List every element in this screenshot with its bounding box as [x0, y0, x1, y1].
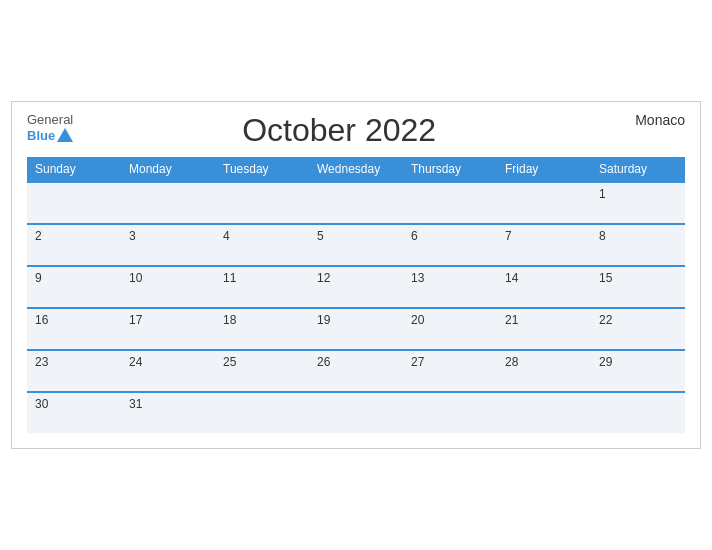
day-header-wednesday: Wednesday — [309, 157, 403, 182]
day-cell: 2 — [27, 224, 121, 266]
calendar-country: Monaco — [605, 112, 685, 128]
calendar-table: SundayMondayTuesdayWednesdayThursdayFrid… — [27, 157, 685, 433]
day-cell: 9 — [27, 266, 121, 308]
day-cell — [121, 182, 215, 224]
logo-blue-text: Blue — [27, 128, 55, 144]
day-cell: 20 — [403, 308, 497, 350]
day-cell: 11 — [215, 266, 309, 308]
week-row-3: 16171819202122 — [27, 308, 685, 350]
calendar-title: October 2022 — [73, 112, 605, 149]
day-cell — [215, 392, 309, 433]
week-row-0: 1 — [27, 182, 685, 224]
day-cell: 3 — [121, 224, 215, 266]
day-cell: 19 — [309, 308, 403, 350]
day-cell: 10 — [121, 266, 215, 308]
day-header-sunday: Sunday — [27, 157, 121, 182]
week-row-5: 3031 — [27, 392, 685, 433]
day-header-friday: Friday — [497, 157, 591, 182]
day-cell: 31 — [121, 392, 215, 433]
day-header-tuesday: Tuesday — [215, 157, 309, 182]
day-cell: 14 — [497, 266, 591, 308]
day-header-thursday: Thursday — [403, 157, 497, 182]
logo-triangle-icon — [57, 128, 73, 142]
day-cell: 1 — [591, 182, 685, 224]
calendar-body: 1234567891011121314151617181920212223242… — [27, 182, 685, 433]
day-cell — [309, 182, 403, 224]
week-row-4: 23242526272829 — [27, 350, 685, 392]
day-header-monday: Monday — [121, 157, 215, 182]
day-cell: 17 — [121, 308, 215, 350]
day-cell: 23 — [27, 350, 121, 392]
week-row-2: 9101112131415 — [27, 266, 685, 308]
day-cell — [497, 392, 591, 433]
day-cell: 29 — [591, 350, 685, 392]
day-cell — [27, 182, 121, 224]
day-cell — [403, 182, 497, 224]
day-cell: 4 — [215, 224, 309, 266]
day-cell: 22 — [591, 308, 685, 350]
day-cell: 12 — [309, 266, 403, 308]
calendar-header: General Blue October 2022 Monaco — [27, 112, 685, 149]
day-cell — [591, 392, 685, 433]
day-cell: 6 — [403, 224, 497, 266]
day-cell: 18 — [215, 308, 309, 350]
day-cell: 24 — [121, 350, 215, 392]
logo: General Blue — [27, 112, 73, 143]
days-header-row: SundayMondayTuesdayWednesdayThursdayFrid… — [27, 157, 685, 182]
logo-general-text: General — [27, 112, 73, 128]
day-cell — [309, 392, 403, 433]
day-cell: 21 — [497, 308, 591, 350]
day-cell: 8 — [591, 224, 685, 266]
day-header-saturday: Saturday — [591, 157, 685, 182]
day-cell: 30 — [27, 392, 121, 433]
day-cell: 13 — [403, 266, 497, 308]
day-cell: 28 — [497, 350, 591, 392]
day-cell — [497, 182, 591, 224]
day-cell: 25 — [215, 350, 309, 392]
day-cell — [403, 392, 497, 433]
week-row-1: 2345678 — [27, 224, 685, 266]
day-cell: 7 — [497, 224, 591, 266]
calendar-thead: SundayMondayTuesdayWednesdayThursdayFrid… — [27, 157, 685, 182]
calendar-container: General Blue October 2022 Monaco SundayM… — [11, 101, 701, 449]
day-cell — [215, 182, 309, 224]
day-cell: 26 — [309, 350, 403, 392]
day-cell: 27 — [403, 350, 497, 392]
day-cell: 16 — [27, 308, 121, 350]
day-cell: 15 — [591, 266, 685, 308]
day-cell: 5 — [309, 224, 403, 266]
